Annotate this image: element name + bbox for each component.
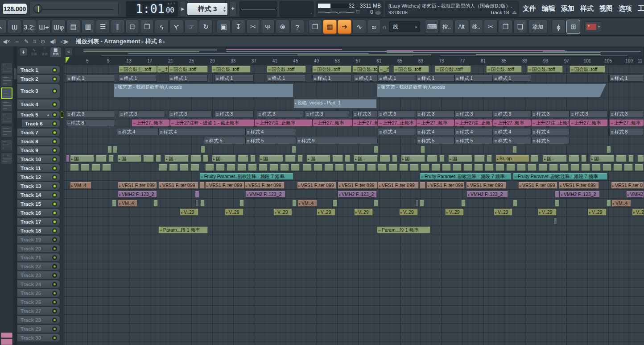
picker-thumb-7[interactable] xyxy=(1,139,12,151)
clip[interactable]: ≣样式 1 xyxy=(354,75,378,82)
clip[interactable]: ≣样式 4 xyxy=(245,128,296,135)
clip[interactable] xyxy=(570,164,579,171)
clip[interactable] xyxy=(463,164,472,171)
clip[interactable]: ∞Param...段 1 频率 xyxy=(158,226,208,233)
menu-样式[interactable]: 样式 xyxy=(580,4,594,13)
track-header-13[interactable]: Track 13 xyxy=(17,182,60,190)
track-header-27[interactable]: Track 27 xyxy=(17,307,60,315)
clip[interactable]: ≣样式 5 xyxy=(416,137,454,144)
resize-dots[interactable]: ··· xyxy=(28,94,35,98)
track-mute-led[interactable] xyxy=(52,291,57,295)
clip[interactable] xyxy=(335,164,344,171)
clip[interactable]: ▸VES1 F..ter 099 xyxy=(518,182,557,189)
clip[interactable]: ▸张艺迈 - 我就是歌里的人vocals xyxy=(377,83,607,97)
window-layout-icon[interactable]: ❒ xyxy=(308,20,322,34)
clip[interactable]: ▸VES1 F..ter 099 xyxy=(338,182,378,189)
clip[interactable]: ▸国.. xyxy=(401,155,425,162)
clip[interactable]: ▸国.. xyxy=(212,155,236,162)
plugin-picker-icon[interactable]: ϟ xyxy=(155,20,169,34)
clip[interactable]: ≣样式 3 xyxy=(215,110,254,117)
tempo-spinner[interactable]: ▲▼ xyxy=(22,6,25,12)
clip[interactable]: ▸VES1 F..ter 099 xyxy=(378,182,419,189)
clip[interactable] xyxy=(616,155,627,162)
track-mute-led[interactable] xyxy=(52,157,57,162)
tempo-display[interactable]: 128.000▲▼ xyxy=(2,3,27,15)
picker-thumb-1[interactable] xyxy=(1,62,12,74)
track-header-4[interactable]: Track 4··· xyxy=(17,99,60,110)
clip[interactable]: ▸VES1 F..ter 099 xyxy=(297,182,336,189)
pattern-selector[interactable]: 样式 3▲▼ xyxy=(187,2,228,16)
track-header-9[interactable]: Track 9 xyxy=(17,146,60,154)
clip[interactable] xyxy=(513,200,517,207)
clip[interactable]: ≣样式 1 xyxy=(119,75,157,82)
track-mute-led[interactable] xyxy=(52,210,57,215)
clip[interactable] xyxy=(420,182,425,189)
clip[interactable] xyxy=(96,155,107,162)
nav-arrows-icon[interactable]: ◁▶ xyxy=(60,38,68,45)
clip[interactable] xyxy=(91,164,100,171)
track-header-20[interactable]: Track 20 xyxy=(17,244,60,253)
clip[interactable]: ∞Fruity Paramet..副歌注释 - 频段 7 频率 xyxy=(420,173,512,180)
clip[interactable]: ∞_.f xyxy=(157,66,169,73)
clip[interactable] xyxy=(549,164,558,171)
loop-pattern-icon[interactable]: Шφ xyxy=(52,20,66,34)
track-header-8[interactable]: Track 8 xyxy=(17,137,60,145)
track-header-15[interactable]: Track 15 xyxy=(17,200,60,208)
clip[interactable]: ∞国会鼓..toff xyxy=(312,66,351,73)
clip[interactable] xyxy=(569,155,579,162)
clip[interactable]: ≣样式 1 xyxy=(66,75,115,82)
clip[interactable] xyxy=(581,155,586,162)
menu-选项[interactable]: 选项 xyxy=(619,4,632,13)
clip[interactable]: ≣样式 3 xyxy=(305,110,349,117)
track-header-19[interactable]: Track 19 xyxy=(17,235,60,244)
track-mute-led[interactable] xyxy=(52,282,57,287)
clip[interactable] xyxy=(269,164,278,171)
clip[interactable] xyxy=(113,146,117,153)
arrangement-overview[interactable] xyxy=(74,47,644,57)
clip[interactable] xyxy=(431,164,440,171)
clip[interactable] xyxy=(628,155,634,162)
scroll-left-button[interactable]: < xyxy=(65,48,73,56)
clip[interactable]: ▸VMH2 F..123_2 xyxy=(245,191,285,198)
clip[interactable] xyxy=(195,200,199,207)
menu-添加[interactable]: 添加 xyxy=(561,4,574,13)
add-pattern-button[interactable]: + xyxy=(229,1,236,17)
clip[interactable]: ▸Br..op xyxy=(495,155,529,162)
clip[interactable]: ∞国会鼓..toff xyxy=(211,66,251,73)
clip[interactable]: ▸VES1 F..ter 099 xyxy=(244,182,285,189)
clip[interactable] xyxy=(66,155,70,162)
picker-thumb-3[interactable] xyxy=(1,87,12,99)
track-header-30[interactable]: Track 30 xyxy=(17,333,60,342)
clip[interactable]: ∞上升27..频率 xyxy=(313,119,352,126)
clip[interactable] xyxy=(227,164,235,171)
clip[interactable] xyxy=(297,155,303,162)
clip[interactable]: ∞上升27..频率 xyxy=(609,119,644,126)
clip[interactable]: ∞上升27注释 - 滤波 1 - 截止频率 xyxy=(170,119,255,126)
picker-thumb-4[interactable] xyxy=(1,100,12,112)
clip[interactable] xyxy=(421,164,429,171)
clip[interactable]: ▸V..29 xyxy=(399,208,418,216)
clip[interactable] xyxy=(108,155,114,162)
clip[interactable] xyxy=(555,191,559,198)
clip[interactable] xyxy=(195,191,199,198)
add-button[interactable]: 添加 xyxy=(528,20,548,34)
clip[interactable] xyxy=(156,155,161,162)
clip[interactable]: ∞上升27..频率 xyxy=(352,119,378,126)
track-header-26[interactable]: Track 26 xyxy=(17,298,60,306)
clip[interactable] xyxy=(512,146,517,153)
clip[interactable]: ≣样式 8 xyxy=(609,128,644,135)
clip[interactable]: ▸V..29 xyxy=(180,208,198,216)
clip[interactable]: ▸国.. xyxy=(70,155,94,162)
clip[interactable]: ▸国.. xyxy=(165,155,189,162)
mixer-icon[interactable]: ∥ xyxy=(111,20,124,34)
clip[interactable]: ▸国.. xyxy=(590,155,614,162)
clip[interactable]: ▸VES1 F..ter 099 xyxy=(466,182,506,189)
picker-thumb-5[interactable] xyxy=(1,112,12,124)
clip[interactable]: ▸V..29 xyxy=(538,208,557,216)
clip[interactable] xyxy=(367,164,376,171)
clip[interactable]: ≣样式 3 xyxy=(66,110,115,117)
clip[interactable] xyxy=(420,200,424,207)
clip[interactable] xyxy=(485,164,494,171)
track-header-5[interactable]: Track 5▲ xyxy=(17,110,60,119)
clip[interactable] xyxy=(624,164,633,171)
